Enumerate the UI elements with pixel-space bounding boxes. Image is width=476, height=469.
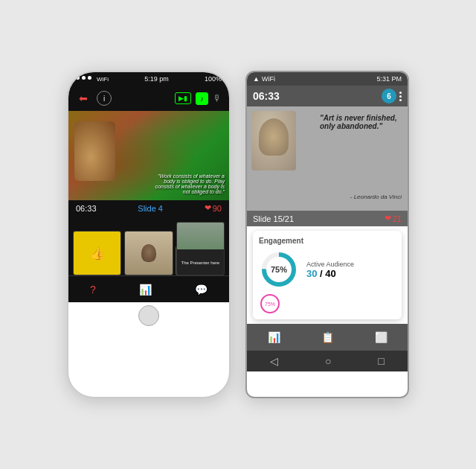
left-timer: 06:33 [76, 204, 97, 213]
audience-label: Active Audience [306, 261, 354, 268]
left-likes-count: 90 [213, 204, 222, 213]
engagement-row: 75% Active Audience 30 / 40 [259, 249, 396, 290]
left-toolbar: ⬅ i ▶▮ ♪ 🎙 [68, 86, 229, 111]
slide-quote: "Work consists of whatever a body is obl… [150, 173, 225, 194]
help-icon[interactable]: ? [90, 284, 96, 296]
thumb-presenter-photo [177, 223, 224, 249]
donut-chart: 75% [259, 249, 299, 290]
da-vinci-sketch [251, 111, 296, 170]
left-likes: ❤ 90 [205, 203, 222, 213]
chat-icon[interactable]: 💬 [195, 284, 208, 296]
camera-icon[interactable]: ▶▮ [175, 92, 191, 104]
left-status-bar: WiFi 5:19 pm 100% [68, 72, 229, 86]
thumb-yellow-bg: 👍 [74, 232, 120, 275]
right-slide-info: Slide 15/21 ❤ 21 [247, 211, 408, 226]
left-main-slide: "Work consists of whatever a body is obl… [68, 111, 229, 200]
recents-nav-icon[interactable]: □ [378, 355, 384, 367]
right-timer-row: 06:33 6 [247, 86, 408, 106]
right-slides-icon[interactable]: 📋 [321, 331, 334, 343]
left-slide-info: 06:33 Slide 4 ❤ 90 [68, 200, 229, 216]
phones-container: WiFi 5:19 pm 100% ⬅ i ▶▮ ♪ 🎙 "Wor [52, 56, 424, 413]
toolbar-left: ⬅ i [76, 91, 112, 106]
right-bottom-bar: 📊 📋 ⬜ [247, 324, 408, 351]
home-button[interactable] [138, 305, 159, 326]
right-wifi-icon: WiFi [262, 75, 275, 83]
audience-total: 40 [325, 268, 335, 279]
right-quote: "Art is never finished, only abandoned." [320, 114, 402, 130]
right-status-bar: ▲ WiFi 5:31 PM [247, 72, 408, 86]
menu-dots[interactable] [399, 92, 402, 101]
progress-icon[interactable]: 75% [260, 294, 280, 313]
stats-icon[interactable]: 📊 [139, 284, 152, 296]
left-slide-num: Slide 4 [138, 204, 163, 213]
right-quote-attr: - Leonardo da Vinci [350, 194, 402, 200]
heart-icon: ❤ [205, 203, 211, 213]
thumbnail-1[interactable]: 👍 [73, 231, 121, 275]
signal-dots: WiFi [76, 76, 109, 83]
right-status-left: ▲ WiFi [253, 75, 275, 83]
thumb-sketch-face [141, 244, 156, 262]
home-nav-icon[interactable]: ○ [325, 355, 331, 367]
right-phone: ▲ WiFi 5:31 PM 06:33 6 "Art is never fin… [245, 71, 409, 398]
thumbnail-2[interactable] [124, 231, 173, 275]
right-signal-icon: ▲ [253, 75, 260, 83]
right-timer-icons: 6 [382, 89, 402, 103]
progress-percent: 75% [265, 302, 275, 307]
engagement-card: Engagement 75% Active Audience 30 / [253, 231, 402, 319]
right-square-icon[interactable]: ⬜ [375, 331, 387, 343]
badge-count[interactable]: 6 [382, 89, 396, 103]
right-time: 5:31 PM [376, 75, 402, 83]
thumbnail-row: 👍 The Presenter here [68, 216, 229, 275]
right-timer: 06:33 [253, 90, 280, 102]
sketch-head [259, 118, 289, 156]
thumb-yellow-icon: 👍 [90, 246, 105, 261]
wifi-icon: WiFi [97, 76, 109, 83]
mic-icon[interactable]: 🎙 [213, 93, 222, 103]
right-slide-num: Slide 15/21 [253, 214, 294, 223]
toolbar-right: ▶▮ ♪ 🎙 [175, 92, 222, 105]
progress-row: 75% [260, 294, 396, 313]
thumb-sketch-bg [125, 232, 172, 275]
right-stats-icon[interactable]: 📊 [268, 331, 280, 343]
speaker-icon[interactable]: ♪ [196, 92, 208, 105]
left-time: 5:19 pm [144, 75, 169, 83]
left-phone: WiFi 5:19 pm 100% ⬅ i ▶▮ ♪ 🎙 "Wor [67, 71, 231, 398]
audience-count: 30 / 40 [306, 268, 354, 279]
audience-info: Active Audience 30 / 40 [306, 261, 354, 279]
audience-current: 30 [306, 268, 317, 279]
back-nav-icon[interactable]: ◁ [270, 355, 278, 367]
info-icon[interactable]: i [97, 91, 112, 106]
donut-label: 75% [271, 265, 287, 274]
left-bottom-bar: ? 📊 💬 [68, 275, 229, 302]
painting-figure [74, 121, 115, 181]
right-likes: ❤ 21 [385, 214, 402, 223]
back-icon[interactable]: ⬅ [76, 91, 91, 106]
left-battery: 100% [205, 75, 222, 83]
right-likes-count: 21 [393, 214, 402, 223]
engagement-title: Engagement [259, 237, 396, 245]
thumb-presenter-text: The Presenter here [177, 249, 224, 275]
thumbnail-3[interactable]: The Presenter here [176, 222, 225, 275]
right-main-slide: "Art is never finished, only abandoned."… [247, 106, 408, 211]
right-heart-icon: ❤ [385, 214, 391, 223]
android-nav: ◁ ○ □ [247, 351, 408, 371]
